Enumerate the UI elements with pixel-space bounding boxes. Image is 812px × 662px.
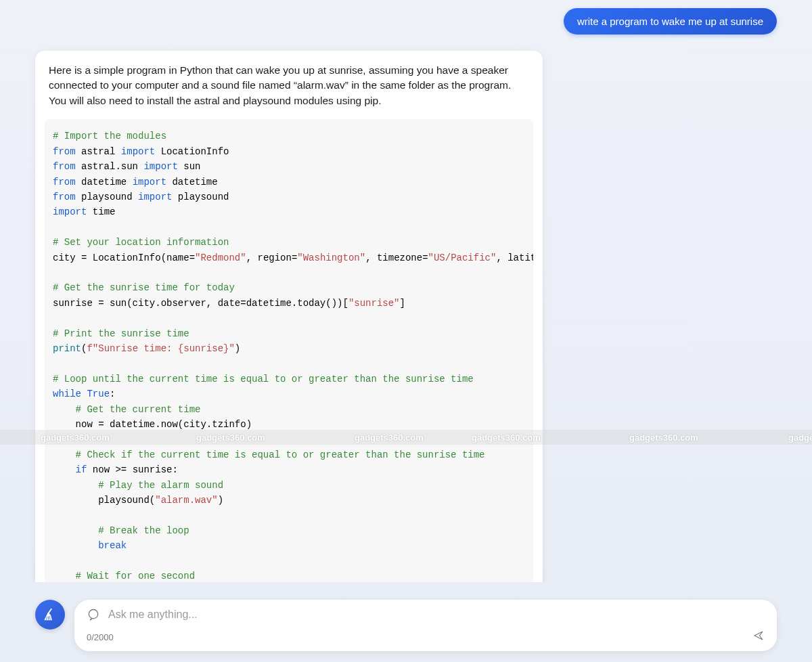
code-line: # Import the modules xyxy=(53,131,166,141)
chat-input[interactable] xyxy=(108,609,765,621)
assistant-message-row: Here is a simple program in Python that … xyxy=(35,51,777,582)
code-line: from xyxy=(53,192,76,202)
code-line: while xyxy=(53,389,81,399)
code-line: import xyxy=(53,206,87,217)
code-line: city = LocationInfo(name= xyxy=(53,252,195,263)
code-line xyxy=(53,464,76,475)
code-line: # Check if the current time is equal to … xyxy=(53,449,485,460)
code-line: from xyxy=(53,177,76,187)
assistant-intro-text: Here is a simple program in Python that … xyxy=(35,63,543,119)
code-line: # Print the sunrise time xyxy=(53,328,189,339)
code-line: from xyxy=(53,146,76,157)
code-line: # Set your location information xyxy=(53,237,229,248)
user-message-bubble: write a program to wake me up at sunrise xyxy=(564,8,777,35)
chat-icon xyxy=(87,608,100,621)
code-line: # Loop until the current time is equal t… xyxy=(53,374,474,384)
code-line: now = datetime.now(city.tzinfo) xyxy=(53,419,252,430)
code-line: playsound( xyxy=(53,495,155,506)
send-icon xyxy=(752,630,765,642)
svg-point-0 xyxy=(89,610,97,619)
code-block[interactable]: # Import the modules from astral import … xyxy=(45,119,533,582)
code-line: # Play the alarm sound xyxy=(53,480,223,491)
code-line: # Get the current time xyxy=(53,404,200,415)
code-line: from xyxy=(53,161,76,172)
user-message-row: write a program to wake me up at sunrise xyxy=(35,8,777,35)
code-line: print xyxy=(53,343,81,354)
new-topic-button[interactable] xyxy=(35,600,65,630)
chat-area: write a program to wake me up at sunrise… xyxy=(0,0,812,582)
code-line xyxy=(53,540,98,551)
chat-input-box: 0/2000 xyxy=(74,600,777,651)
broom-icon xyxy=(43,607,58,622)
assistant-message-bubble: Here is a simple program in Python that … xyxy=(35,51,543,582)
code-line: # Wait for one second xyxy=(53,571,195,581)
send-button[interactable] xyxy=(752,630,765,644)
code-line: # Get the sunrise time for today xyxy=(53,282,235,293)
input-bar: 0/2000 xyxy=(35,600,777,651)
code-line: sunrise = sun(city.observer, date=dateti… xyxy=(53,298,348,309)
code-line: # Break the loop xyxy=(53,525,189,536)
char-counter: 0/2000 xyxy=(87,632,114,642)
